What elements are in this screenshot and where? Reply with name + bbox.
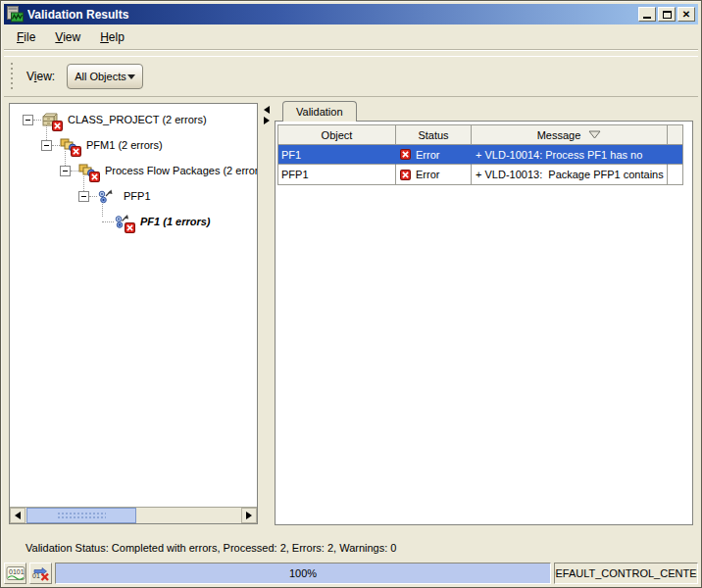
tree-horizontal-scrollbar[interactable]	[10, 507, 257, 523]
tab-validation[interactable]: Validation	[282, 101, 357, 122]
scroll-right-button[interactable]	[241, 508, 257, 523]
column-header-object[interactable]: Object	[278, 125, 396, 145]
table-row[interactable]: PFP1 Error + VLD-10013: Package PFP1 con…	[278, 165, 682, 184]
sort-descending-icon	[588, 130, 601, 139]
view-label: View:	[26, 70, 55, 83]
close-button[interactable]: ✕	[677, 7, 695, 22]
menu-help[interactable]: Help	[90, 28, 134, 46]
tree-node-label: CLASS_PROJECT (2 errors)	[66, 113, 209, 126]
collapse-toggle-icon[interactable]	[60, 166, 71, 176]
cell-message: + VLD-10014: Process PF1 has no	[472, 145, 668, 165]
collapse-toggle-icon[interactable]	[78, 191, 89, 202]
titlebar: Validation Results ✕	[4, 4, 698, 24]
error-icon	[400, 170, 411, 180]
toolbar: View: All Objects	[4, 56, 698, 97]
module-icon	[60, 136, 78, 154]
view-dropdown[interactable]: All Objects	[67, 64, 143, 89]
tree-node-label: PFM1 (2 errors)	[84, 138, 165, 152]
minimize-button[interactable]	[638, 7, 656, 22]
column-header-status[interactable]: Status	[396, 125, 472, 145]
window-title: Validation Results	[27, 8, 636, 22]
error-badge-icon	[89, 172, 100, 182]
table-header-row: Object Status Message	[278, 125, 682, 145]
close-icon: ✕	[682, 10, 690, 20]
svg-text:01: 01	[32, 572, 40, 579]
validation-content: Object Status Message PF1	[275, 121, 693, 525]
object-tree: CLASS_PROJECT (2 errors)	[10, 104, 257, 507]
tree-node-pfp1[interactable]: PFP1	[10, 183, 257, 209]
arrow-right-icon	[246, 512, 252, 519]
progress-bar: 100%	[55, 563, 551, 584]
packages-folder-icon	[78, 162, 97, 179]
collapse-left-icon[interactable]	[264, 106, 270, 114]
arrow-left-icon	[15, 512, 21, 519]
control-center-indicator: DEFAULT_CONTROL_CENTER	[554, 563, 698, 584]
tree-node-pf1[interactable]: PF1 (1 errors)	[10, 209, 257, 234]
process-flow-package-icon	[97, 187, 116, 205]
maximize-icon	[663, 11, 672, 19]
column-header-message[interactable]: Message	[472, 125, 668, 145]
maximize-button[interactable]	[658, 7, 676, 22]
menubar: File View Help	[7, 26, 695, 48]
menu-separator	[4, 49, 698, 51]
menu-file[interactable]: File	[7, 28, 45, 46]
validation-status-text: Validation Status: Completed with errors…	[25, 542, 396, 554]
scrollbar-thumb[interactable]	[26, 508, 136, 523]
collapse-toggle-icon[interactable]	[23, 115, 33, 125]
app-icon	[7, 6, 24, 23]
error-badge-icon	[71, 146, 81, 157]
view-dropdown-value: All Objects	[75, 71, 127, 82]
log-icon[interactable]: 0101	[4, 563, 26, 584]
statusbar: 0101 01 100% DEFAULT_CONTROL_CENTER	[4, 563, 698, 584]
collapse-right-icon[interactable]	[264, 117, 270, 124]
tree-node-label: Process Flow Packages (2 errors)	[103, 164, 257, 177]
status-text: Error	[416, 149, 439, 161]
column-header-spacer	[668, 125, 682, 145]
error-badge-icon	[52, 121, 63, 131]
validation-table: Object Status Message PF1	[277, 124, 683, 185]
collapse-toggle-icon[interactable]	[41, 140, 52, 151]
validation-panel: Validation Object Status Message	[275, 99, 693, 527]
main-area: CLASS_PROJECT (2 errors)	[4, 99, 698, 528]
validation-results-window: Validation Results ✕ File View Help View…	[0, 0, 702, 588]
panel-splitter[interactable]	[261, 101, 274, 526]
menu-view[interactable]: View	[45, 28, 90, 46]
chevron-down-icon	[127, 74, 135, 79]
object-tree-panel: CLASS_PROJECT (2 errors)	[9, 103, 258, 524]
minimize-icon	[643, 17, 651, 19]
table-row[interactable]: PF1 Error + VLD-10014: Process PF1 has n…	[278, 145, 682, 165]
tree-node-label: PFP1	[122, 189, 153, 203]
project-icon	[41, 111, 60, 128]
cell-message: + VLD-10013: Package PFP1 contains	[472, 165, 668, 184]
cell-status: Error	[396, 165, 472, 184]
validation-errors-icon[interactable]: 01	[29, 563, 52, 584]
error-icon	[400, 149, 411, 160]
tree-node-label: PF1 (1 errors)	[138, 215, 213, 228]
toolbar-grip[interactable]	[11, 63, 13, 90]
process-flow-icon	[114, 213, 132, 230]
scroll-left-button[interactable]	[10, 508, 25, 523]
cell-object: PF1	[278, 145, 396, 165]
svg-text:0101: 0101	[9, 568, 25, 575]
progress-text: 100%	[289, 567, 317, 579]
error-badge-icon	[125, 222, 135, 233]
status-text: Error	[416, 169, 439, 180]
tree-node-process-flow-packages[interactable]: Process Flow Packages (2 errors)	[10, 158, 257, 183]
cell-status: Error	[396, 145, 472, 165]
cell-object: PFP1	[278, 165, 396, 184]
